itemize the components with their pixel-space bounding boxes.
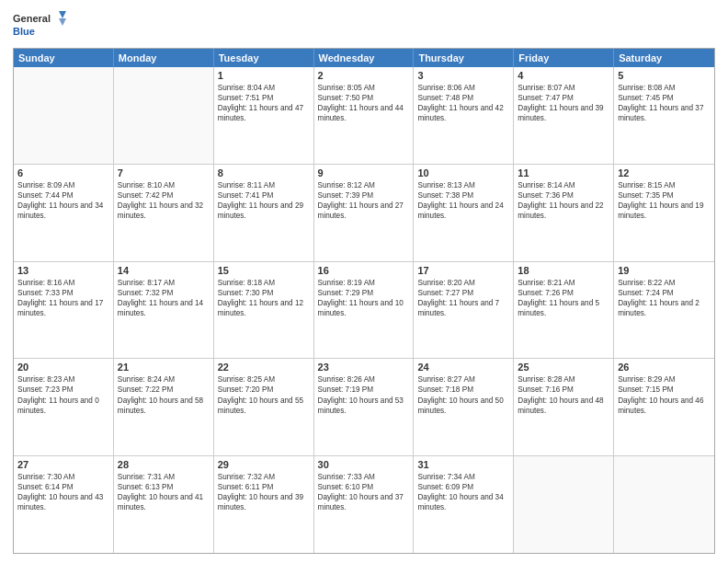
svg-marker-4 [59,18,66,26]
day-number: 23 [318,362,410,373]
day-info: Sunrise: 8:28 AMSunset: 7:16 PMDaylight:… [518,374,609,415]
day-info: Sunrise: 8:11 AMSunset: 7:41 PMDaylight:… [218,180,310,221]
day-number: 8 [218,167,310,178]
header-day-tuesday: Tuesday [214,49,314,67]
day-number: 22 [218,362,310,373]
day-number: 12 [618,167,711,178]
day-info: Sunrise: 7:33 AMSunset: 6:10 PMDaylight:… [318,472,410,512]
calendar-empty-cell [614,456,714,553]
day-info: Sunrise: 8:15 AMSunset: 7:35 PMDaylight:… [618,180,711,221]
day-number: 6 [17,167,109,178]
day-info: Sunrise: 8:07 AMSunset: 7:47 PMDaylight:… [518,83,609,123]
calendar-day-18: 18Sunrise: 8:21 AMSunset: 7:26 PMDayligh… [514,262,614,359]
calendar-day-20: 20Sunrise: 8:23 AMSunset: 7:23 PMDayligh… [14,359,114,455]
calendar-day-17: 17Sunrise: 8:20 AMSunset: 7:27 PMDayligh… [414,262,514,359]
calendar-day-16: 16Sunrise: 8:19 AMSunset: 7:29 PMDayligh… [314,262,415,359]
calendar-day-12: 12Sunrise: 8:15 AMSunset: 7:35 PMDayligh… [614,165,714,261]
svg-marker-3 [59,11,66,18]
day-number: 30 [318,459,410,470]
day-number: 4 [518,70,609,81]
calendar-day-24: 24Sunrise: 8:27 AMSunset: 7:18 PMDayligh… [414,359,514,455]
day-info: Sunrise: 7:34 AMSunset: 6:09 PMDaylight:… [417,472,509,512]
calendar-day-19: 19Sunrise: 8:22 AMSunset: 7:24 PMDayligh… [614,262,714,359]
calendar-day-26: 26Sunrise: 8:29 AMSunset: 7:15 PMDayligh… [614,359,714,455]
calendar-day-8: 8Sunrise: 8:11 AMSunset: 7:41 PMDaylight… [214,165,314,261]
generalblue-logo-icon: General Blue [13,9,68,42]
day-info: Sunrise: 8:19 AMSunset: 7:29 PMDaylight:… [318,278,410,318]
calendar-day-30: 30Sunrise: 7:33 AMSunset: 6:10 PMDayligh… [314,456,415,553]
calendar-day-9: 9Sunrise: 8:12 AMSunset: 7:39 PMDaylight… [314,165,415,261]
calendar-day-15: 15Sunrise: 8:18 AMSunset: 7:30 PMDayligh… [214,262,314,359]
day-number: 25 [518,362,609,373]
day-info: Sunrise: 8:16 AMSunset: 7:33 PMDaylight:… [17,278,109,318]
day-info: Sunrise: 8:26 AMSunset: 7:19 PMDaylight:… [318,374,410,415]
calendar-day-14: 14Sunrise: 8:17 AMSunset: 7:32 PMDayligh… [114,262,214,359]
day-info: Sunrise: 7:32 AMSunset: 6:11 PMDaylight:… [218,472,310,512]
day-number: 29 [218,459,310,470]
day-info: Sunrise: 8:18 AMSunset: 7:30 PMDaylight:… [218,278,310,318]
day-info: Sunrise: 8:23 AMSunset: 7:23 PMDaylight:… [17,374,109,415]
day-number: 9 [318,167,410,178]
day-info: Sunrise: 8:17 AMSunset: 7:32 PMDaylight:… [118,278,210,318]
day-number: 14 [118,265,210,276]
calendar-day-31: 31Sunrise: 7:34 AMSunset: 6:09 PMDayligh… [414,456,514,553]
day-number: 13 [17,265,109,276]
calendar-day-2: 2Sunrise: 8:05 AMSunset: 7:50 PMDaylight… [314,67,415,164]
day-info: Sunrise: 8:14 AMSunset: 7:36 PMDaylight:… [518,180,609,221]
svg-text:General: General [13,13,51,24]
calendar-day-6: 6Sunrise: 8:09 AMSunset: 7:44 PMDaylight… [14,165,114,261]
day-info: Sunrise: 8:24 AMSunset: 7:22 PMDaylight:… [118,374,210,415]
calendar-week-4: 20Sunrise: 8:23 AMSunset: 7:23 PMDayligh… [14,359,714,456]
calendar-day-25: 25Sunrise: 8:28 AMSunset: 7:16 PMDayligh… [514,359,614,455]
day-info: Sunrise: 8:10 AMSunset: 7:42 PMDaylight:… [118,180,210,221]
calendar-week-5: 27Sunrise: 7:30 AMSunset: 6:14 PMDayligh… [14,456,714,553]
calendar-day-13: 13Sunrise: 8:16 AMSunset: 7:33 PMDayligh… [14,262,114,359]
day-info: Sunrise: 8:06 AMSunset: 7:48 PMDaylight:… [417,83,509,123]
day-number: 2 [318,70,410,81]
calendar-day-10: 10Sunrise: 8:13 AMSunset: 7:38 PMDayligh… [414,165,514,261]
day-number: 5 [618,70,711,81]
calendar-day-5: 5Sunrise: 8:08 AMSunset: 7:45 PMDaylight… [614,67,714,164]
day-number: 27 [17,459,109,470]
day-info: Sunrise: 7:31 AMSunset: 6:13 PMDaylight:… [118,472,210,512]
day-number: 19 [618,265,711,276]
day-number: 26 [618,362,711,373]
day-number: 28 [118,459,210,470]
day-info: Sunrise: 8:20 AMSunset: 7:27 PMDaylight:… [417,278,509,318]
calendar-day-7: 7Sunrise: 8:10 AMSunset: 7:42 PMDaylight… [114,165,214,261]
header-day-friday: Friday [514,49,614,67]
day-info: Sunrise: 7:30 AMSunset: 6:14 PMDaylight:… [17,472,109,512]
day-number: 10 [417,167,509,178]
day-number: 20 [17,362,109,373]
calendar-day-22: 22Sunrise: 8:25 AMSunset: 7:20 PMDayligh… [214,359,314,455]
calendar-day-4: 4Sunrise: 8:07 AMSunset: 7:47 PMDaylight… [514,67,614,164]
day-info: Sunrise: 8:05 AMSunset: 7:50 PMDaylight:… [318,83,410,123]
calendar-week-1: 1Sunrise: 8:04 AMSunset: 7:51 PMDaylight… [14,67,714,165]
day-number: 24 [417,362,509,373]
day-info: Sunrise: 8:21 AMSunset: 7:26 PMDaylight:… [518,278,609,318]
header-day-sunday: Sunday [14,49,114,67]
calendar-day-11: 11Sunrise: 8:14 AMSunset: 7:36 PMDayligh… [514,165,614,261]
calendar-day-3: 3Sunrise: 8:06 AMSunset: 7:48 PMDaylight… [414,67,514,164]
header-day-wednesday: Wednesday [314,49,415,67]
calendar-week-2: 6Sunrise: 8:09 AMSunset: 7:44 PMDaylight… [14,165,714,262]
calendar-day-29: 29Sunrise: 7:32 AMSunset: 6:11 PMDayligh… [214,456,314,553]
day-info: Sunrise: 8:09 AMSunset: 7:44 PMDaylight:… [17,180,109,221]
header: General Blue [13,9,715,42]
day-info: Sunrise: 8:04 AMSunset: 7:51 PMDaylight:… [218,83,310,123]
day-number: 15 [218,265,310,276]
day-info: Sunrise: 8:29 AMSunset: 7:15 PMDaylight:… [618,374,711,415]
calendar-body: 1Sunrise: 8:04 AMSunset: 7:51 PMDaylight… [14,67,714,553]
calendar-empty-cell [514,456,614,553]
header-day-saturday: Saturday [614,49,714,67]
calendar-header: SundayMondayTuesdayWednesdayThursdayFrid… [14,49,714,67]
day-number: 18 [518,265,609,276]
header-day-thursday: Thursday [414,49,514,67]
calendar-day-21: 21Sunrise: 8:24 AMSunset: 7:22 PMDayligh… [114,359,214,455]
day-number: 7 [118,167,210,178]
day-info: Sunrise: 8:27 AMSunset: 7:18 PMDaylight:… [417,374,509,415]
logo: General Blue [13,9,68,42]
day-info: Sunrise: 8:25 AMSunset: 7:20 PMDaylight:… [218,374,310,415]
svg-text:Blue: Blue [13,26,35,37]
day-info: Sunrise: 8:22 AMSunset: 7:24 PMDaylight:… [618,278,711,318]
